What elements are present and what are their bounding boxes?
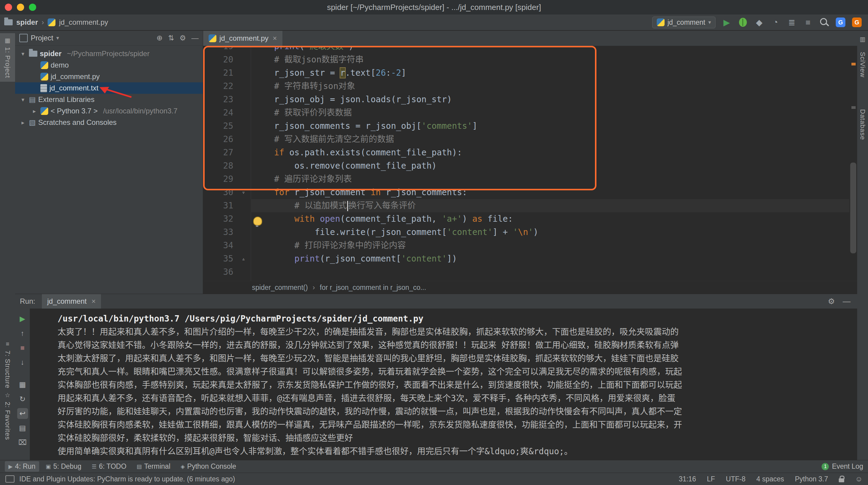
stop-icon[interactable]: ■	[801, 16, 815, 29]
status-widget[interactable]: 31:16	[679, 475, 696, 483]
fold-marker-icon[interactable]: ▿	[236, 186, 251, 199]
tree-item[interactable]: demo	[15, 59, 203, 71]
code-line[interactable]: 29 # 遍历评论对象列表	[203, 173, 849, 186]
expander-icon[interactable]: ▸	[19, 119, 27, 126]
expander-icon[interactable]: ▸	[31, 108, 38, 115]
rerun-failed-icon[interactable]: ↻	[17, 394, 28, 404]
search-icon[interactable]	[817, 16, 831, 29]
stripe-button-project[interactable]: ▦1: Project	[0, 33, 15, 82]
project-panel-title[interactable]: Project	[31, 34, 53, 42]
scroll-down-icon[interactable]: ↓	[17, 357, 28, 368]
toolwindow-button-todo[interactable]: ☰6: TODO	[88, 461, 130, 472]
code-line[interactable]: 31 # 以追加模式换行写入每条评价	[203, 199, 849, 212]
hide-icon[interactable]: —	[191, 34, 198, 42]
clear-icon[interactable]: ⌧	[17, 437, 28, 448]
status-widget[interactable]: LF	[707, 475, 715, 483]
soft-wrap-icon[interactable]: ↩	[17, 408, 28, 419]
tree-item[interactable]: jd_comment.py	[15, 71, 203, 82]
run-icon[interactable]: ▶	[720, 16, 734, 29]
python-file-icon	[48, 19, 56, 26]
stripe-button-sciview[interactable]: SciView	[857, 49, 868, 81]
code-line[interactable]: 19 print('爬取天数')	[203, 46, 849, 53]
fold-marker-icon[interactable]: ▵	[236, 252, 251, 265]
stop-icon[interactable]: ■	[17, 342, 28, 353]
print-icon[interactable]: ▤	[17, 423, 28, 433]
editor-tab[interactable]: jd_comment.py ×	[203, 31, 282, 46]
intention-bulb-icon[interactable]	[253, 217, 262, 226]
console-command: /usr/local/bin/python3.7 /Users/pig/Pych…	[58, 312, 857, 325]
status-widget[interactable]: 4 spaces	[756, 475, 784, 483]
tree-item[interactable]: ▸▧Scratches and Consoles	[15, 117, 203, 128]
expander-icon[interactable]: ▾	[19, 50, 27, 57]
editor-scrollbar[interactable]	[849, 61, 857, 268]
debug-icon[interactable]	[736, 16, 750, 29]
project-header-icons: ⊕⇅⚙—	[156, 34, 198, 42]
inspections-icon[interactable]: ☺	[855, 475, 863, 483]
breadcrumb-file[interactable]: jd_comment.py	[59, 18, 108, 27]
code-line[interactable]: 36	[203, 265, 849, 279]
hide-icon[interactable]: —	[843, 297, 850, 306]
profiler-icon[interactable]: ◔	[769, 16, 782, 29]
expander-icon[interactable]: ▾	[19, 96, 27, 103]
tree-item[interactable]: ▸< Python 3.7 >/usr/local/bin/python3.7	[15, 105, 203, 117]
code-token: (comment_file_path,	[340, 214, 442, 224]
scroll-up-icon[interactable]: ↑	[17, 328, 28, 339]
breadcrumb-item[interactable]: spider_comment()	[252, 284, 308, 292]
code-token: open	[320, 214, 340, 224]
lock-icon[interactable]	[839, 478, 844, 482]
settings-icon[interactable]: ⚙	[179, 34, 186, 42]
status-widget[interactable]: Python 3.7	[795, 475, 828, 483]
stripe-button-favorites[interactable]: ☆2: Favorites	[0, 388, 15, 444]
stripe-label: 7: Structure	[4, 350, 11, 389]
coverage-icon[interactable]: ◆	[752, 16, 766, 29]
scrollbar-thumb[interactable]	[850, 163, 856, 253]
plugin-icon[interactable]: G	[850, 16, 864, 29]
toolwindow-button-run[interactable]: ▶4: Run	[5, 461, 39, 472]
line-number: 20	[203, 53, 236, 66]
breadcrumb-project[interactable]: spider	[16, 18, 38, 27]
toolwindow-button-label: 5: Debug	[53, 462, 82, 470]
locate-icon[interactable]: ⊕	[156, 34, 162, 42]
code-line[interactable]: 25 r_json_comments = r_json_obj['comment…	[203, 119, 849, 133]
stripe-button-database[interactable]: Database	[857, 106, 868, 143]
settings-icon[interactable]: ⚙	[828, 297, 835, 306]
run-configuration-select[interactable]: jd_comment ▾	[652, 17, 715, 28]
event-log-button[interactable]: 1 Event Log	[822, 462, 863, 470]
tree-item[interactable]: jd_comment.txt	[15, 82, 203, 94]
code-line[interactable]: 27 if os.path.exists(comment_file_path):	[203, 146, 849, 159]
code-line[interactable]: 24 # 获取评价列表数据	[203, 106, 849, 119]
code-line[interactable]: 23 r_json_obj = json.loads(r_json_str)	[203, 93, 849, 106]
translate-plugin-icon[interactable]: G	[834, 16, 847, 29]
pyint-icon	[40, 107, 48, 115]
close-icon[interactable]: ×	[273, 34, 277, 42]
right-stripe-top-button[interactable]: ▥	[857, 33, 868, 46]
code-line[interactable]: 28 os.remove(comment_file_path)	[203, 159, 849, 173]
code-line[interactable]: 20 # 截取json数据字符串	[203, 53, 849, 66]
main-toolbar: spider › jd_comment.py jd_comment ▾ ▶◆◔≣…	[0, 15, 868, 31]
breadcrumb-item[interactable]: for r_json_comment in r_json_co...	[320, 284, 426, 292]
code-line[interactable]: 26 # 写入数据前先清空之前的数据	[203, 133, 849, 146]
code-line[interactable]: 35▵ print(r_json_comment['content'])	[203, 252, 849, 265]
close-icon[interactable]: ×	[91, 297, 96, 306]
toolwindow-button-debug[interactable]: ▣5: Debug	[42, 461, 85, 472]
code-line[interactable]: 32 with open(comment_file_path, 'a+') as…	[203, 212, 849, 226]
code-editor[interactable]: 19 print('爬取天数')20 # 截取json数据字符串21 r_jso…	[203, 46, 857, 281]
code-line[interactable]: 21 r_json_str = r.text[26:-2]	[203, 66, 849, 80]
restore-layout-icon[interactable]: ▦	[17, 379, 28, 390]
status-widget[interactable]: UTF-8	[726, 475, 745, 483]
run-console[interactable]: /usr/local/bin/python3.7 /Users/pig/Pych…	[30, 309, 857, 460]
rerun-icon[interactable]: ▶	[17, 313, 28, 324]
toolwindow-toggle-icon[interactable]	[5, 475, 14, 483]
code-line[interactable]: 30▿ for r_json_comment in r_json_comment…	[203, 186, 849, 199]
code-line[interactable]: 34 # 打印评论对象中的评论内容	[203, 239, 849, 252]
code-line[interactable]: 22 # 字符串转json对象	[203, 80, 849, 93]
run-tab[interactable]: jd_comment ×	[42, 294, 101, 309]
concurrency-icon[interactable]: ≣	[785, 16, 799, 29]
tree-item[interactable]: ▾spider~/PycharmProjects/spider	[15, 48, 203, 59]
code-line[interactable]: 33 file.write(r_json_comment['content'] …	[203, 226, 849, 239]
stripe-button-structure[interactable]: ≡7: Structure	[0, 337, 15, 392]
collapse-all-icon[interactable]: ⇅	[168, 34, 174, 42]
tree-item[interactable]: ▾▤External Libraries	[15, 94, 203, 105]
toolwindow-button-terminal[interactable]: ▤Terminal	[133, 461, 174, 472]
toolwindow-button-python-console[interactable]: ◈Python Console	[177, 461, 240, 472]
